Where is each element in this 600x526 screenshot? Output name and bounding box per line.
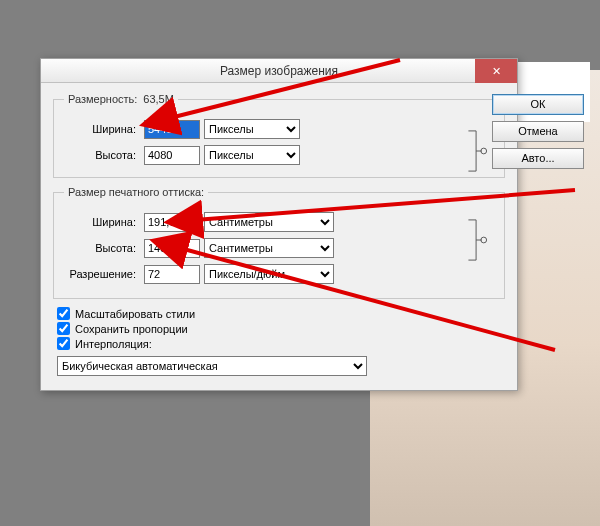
print-width-input[interactable] [144,213,200,232]
print-height-unit[interactable]: Сантиметры [204,238,334,258]
pixel-link-icon [466,129,490,173]
close-icon: ✕ [492,65,501,78]
pixel-width-unit[interactable]: Пикселы [204,119,300,139]
interpolation-select[interactable]: Бикубическая автоматическая [57,356,367,376]
ok-button[interactable]: ОК [492,94,584,115]
print-size-group: Размер печатного оттиска: Ширина: Сантим… [53,186,505,299]
pixel-dim-legend: Размерность: [68,93,137,105]
pixel-height-input[interactable] [144,146,200,165]
constrain-row[interactable]: Сохранить пропорции [57,322,505,335]
scale-styles-checkbox[interactable] [57,307,70,320]
image-size-dialog: Размер изображения ✕ Размерность: 63,5M … [40,58,518,391]
options-checks: Масштабировать стили Сохранить пропорции… [57,307,505,350]
scale-styles-label: Масштабировать стили [75,308,195,320]
pixel-height-label: Высота: [64,149,140,161]
pixel-width-input[interactable] [144,120,200,139]
resolution-input[interactable] [144,265,200,284]
print-width-unit[interactable]: Сантиметры [204,212,334,232]
print-link-icon [466,218,490,262]
side-buttons: ОК Отмена Авто... [492,94,584,169]
dialog-title: Размер изображения [41,64,517,78]
titlebar: Размер изображения ✕ [41,59,517,83]
resample-row[interactable]: Интерполяция: [57,337,505,350]
pixel-width-label: Ширина: [64,123,140,135]
pixel-dimensions-group: Размерность: 63,5M Ширина: Пикселы Высот… [53,93,505,178]
resample-label: Интерполяция: [75,338,152,350]
resolution-unit[interactable]: Пикселы/дюйм [204,264,334,284]
resample-checkbox[interactable] [57,337,70,350]
constrain-label: Сохранить пропорции [75,323,188,335]
print-size-legend: Размер печатного оттиска: [68,186,204,198]
cancel-button[interactable]: Отмена [492,121,584,142]
constrain-checkbox[interactable] [57,322,70,335]
pixel-height-unit[interactable]: Пикселы [204,145,300,165]
resolution-label: Разрешение: [64,268,140,280]
auto-button[interactable]: Авто... [492,148,584,169]
scale-styles-row[interactable]: Масштабировать стили [57,307,505,320]
print-height-input[interactable] [144,239,200,258]
print-width-label: Ширина: [64,216,140,228]
print-height-label: Высота: [64,242,140,254]
close-button[interactable]: ✕ [475,59,517,83]
pixel-dim-size: 63,5M [143,93,174,105]
